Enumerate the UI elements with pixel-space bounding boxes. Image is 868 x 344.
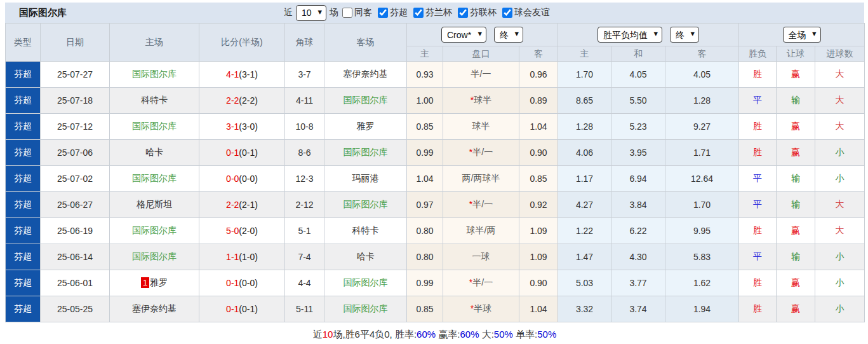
odds-company-select[interactable]: Crow* (441, 27, 486, 43)
away-team-cell: 国际图尔库 (324, 88, 407, 114)
home-team-cell: 国际图尔库 (110, 114, 199, 140)
odds-time-select[interactable]: 终 (494, 27, 523, 43)
result-text: 胜 (753, 277, 762, 287)
handicap-line-cell: 球半 (443, 114, 519, 140)
away-team-name[interactable]: 哈卡 (357, 251, 375, 261)
col-header-handicap-result: 让球 (777, 46, 815, 62)
col-header-avg-draw: 和 (611, 46, 665, 62)
recent-count-select-wrap: 10 (296, 5, 326, 21)
result-cell: 胜 (739, 114, 777, 140)
avg-draw-odds: 5.50 (611, 88, 665, 114)
same-venue-checkbox[interactable] (342, 8, 352, 18)
match-date: 25-07-12 (41, 114, 110, 140)
corner-cell: 5-11 (285, 296, 324, 322)
table-row: 芬超25-06-19国际图尔库5-0(2-0)5-1科特卡0.80球半/两1.0… (6, 218, 865, 244)
fulltime-score: 2-2 (226, 95, 239, 106)
away-team-name[interactable]: 国际图尔库 (344, 303, 388, 313)
odds-company-select-wrap: Crow* (441, 27, 486, 43)
col-header-corner: 角球 (285, 24, 324, 62)
handicap-line: 球半 (472, 121, 490, 131)
fulltime-score: 1-1 (226, 252, 239, 262)
avg-draw-odds: 4.05 (611, 62, 665, 88)
handicap-result-text: 输 (791, 95, 800, 105)
goals-result-cell: 大 (815, 88, 865, 114)
away-team-name[interactable]: 科特卡 (352, 225, 379, 235)
competition-checkbox-club-friendly[interactable] (502, 8, 512, 18)
table-row: 芬超25-06-14国际图尔库1-1(1-0)7-4哈卡0.80一球1.091.… (6, 244, 865, 270)
home-team-name[interactable]: 雅罗 (150, 277, 168, 287)
home-team-name[interactable]: 塞伊奈约基 (132, 303, 177, 313)
score-cell: 0-0(0-0) (199, 166, 285, 192)
away-team-cell: 塞伊奈约基 (324, 62, 407, 88)
result-text: 平 (753, 251, 762, 261)
home-team-name[interactable]: 国际图尔库 (132, 69, 177, 79)
league-type-badge: 芬超 (6, 218, 41, 244)
away-team-name[interactable]: 玛丽港 (352, 173, 379, 183)
goals-result-text: 大 (836, 95, 845, 105)
halftime-score: (1-0) (239, 252, 258, 262)
halftime-score: (0-1) (239, 148, 258, 158)
competition-checkbox-finnish-league-cup[interactable] (458, 8, 468, 18)
goals-result-cell: 大 (815, 192, 865, 218)
avg-away-odds: 12.64 (665, 166, 739, 192)
home-team-name[interactable]: 哈卡 (145, 147, 163, 157)
handicap-result-text: 赢 (791, 225, 800, 235)
result-cell: 平 (739, 166, 777, 192)
table-row: 芬超25-07-02国际图尔库0-0(0-0)12-3玛丽港1.04两/两球半0… (6, 166, 865, 192)
page: 国际图尔库 近 10 场 同客 芬超 芬兰杯 芬联杯 球会友谊 类型 (5, 3, 864, 344)
avg-draw-odds: 3.95 (611, 140, 665, 166)
big-rate-label: 大: (479, 329, 494, 340)
fulltime-score: 4-1 (226, 69, 239, 79)
col-header-goals: 进球数 (815, 46, 865, 62)
away-team-name[interactable]: 国际图尔库 (344, 199, 388, 209)
away-team-name[interactable]: 国际图尔库 (344, 147, 388, 157)
avg-home-odds: 4.06 (558, 140, 611, 166)
corner-cell: 7-4 (285, 244, 324, 270)
table-row: 芬超25-07-12国际图尔库3-1(3-0)10-8雅罗0.85球半1.041… (6, 114, 865, 140)
result-text: 胜 (753, 121, 762, 131)
competition-checkbox-finnish-premier[interactable] (378, 8, 388, 18)
recent-count-select[interactable]: 10 (296, 5, 326, 21)
goals-result-text: 小 (836, 251, 845, 261)
result-cell: 胜 (739, 270, 777, 296)
handicap-away-odds: 0.85 (519, 166, 558, 192)
avg-type-select[interactable]: 胜平负均值 (598, 27, 662, 43)
period-select[interactable]: 全场 (783, 27, 821, 43)
handicap-odds-group-header: Crow* 终 (407, 24, 558, 46)
goals-result-text: 小 (836, 277, 845, 287)
result-cell: 胜 (739, 62, 777, 88)
avg-home-odds: 4.27 (558, 192, 611, 218)
home-team-name[interactable]: 国际图尔库 (132, 225, 177, 235)
home-team-name[interactable]: 格尼斯坦 (137, 199, 172, 209)
goals-result-cell: 大 (815, 62, 865, 88)
avg-time-select[interactable]: 终 (670, 27, 699, 43)
score-cell: 0-1(0-0) (199, 270, 285, 296)
handicap-line: 半/一 (472, 199, 493, 209)
away-team-name[interactable]: 国际图尔库 (344, 277, 388, 287)
home-team-name[interactable]: 国际图尔库 (132, 121, 177, 131)
corner-cell: 3-7 (285, 62, 324, 88)
handicap-line-cell: *半球 (443, 296, 519, 322)
away-team-name[interactable]: 国际图尔库 (344, 95, 388, 105)
home-team-name[interactable]: 国际图尔库 (132, 173, 177, 183)
league-type-badge: 芬超 (6, 140, 41, 166)
handicap-result-cell: 输 (777, 88, 815, 114)
handicap-away-odds: 0.90 (519, 270, 558, 296)
home-team-name[interactable]: 国际图尔库 (132, 251, 177, 261)
result-text: 胜 (753, 303, 762, 313)
away-team-name[interactable]: 塞伊奈约基 (344, 69, 388, 79)
avg-away-odds: 9.95 (665, 218, 739, 244)
away-team-name[interactable]: 雅罗 (357, 121, 375, 131)
score-cell: 3-1(3-0) (199, 114, 285, 140)
competition-checkbox-finnish-cup[interactable] (413, 8, 424, 18)
corner-cell: 2-12 (285, 192, 324, 218)
avg-draw-odds: 3.74 (611, 296, 665, 322)
handicap-away-odds: 1.04 (519, 296, 558, 322)
home-team-name[interactable]: 科特卡 (141, 95, 168, 105)
corner-cell: 12-3 (285, 166, 324, 192)
away-team-cell: 雅罗 (324, 114, 407, 140)
corner-cell: 4-4 (285, 270, 324, 296)
handicap-away-odds: 1.09 (519, 244, 558, 270)
avg-home-odds: 1.17 (558, 166, 611, 192)
handicap-result-cell: 赢 (777, 296, 815, 322)
